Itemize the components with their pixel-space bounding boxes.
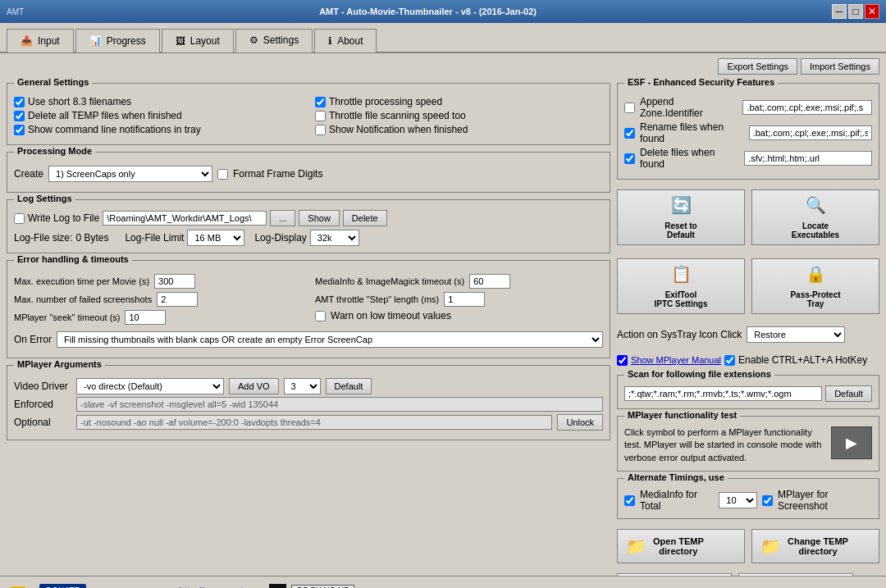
scan-input[interactable]: [624, 386, 822, 401]
mediainfo-val-select[interactable]: 10: [719, 492, 757, 508]
import-settings-button[interactable]: Import Settings: [801, 58, 879, 75]
hotkey-checkbox[interactable]: [724, 355, 735, 366]
action-buttons-row: 🔄 Reset toDefault 🔍 LocateExecutables: [617, 189, 879, 245]
open-temp-label: Open TEMPdirectory: [653, 536, 704, 556]
scan-default-button[interactable]: Default: [825, 385, 872, 402]
main-content: General Settings Use short 8.3 filenames…: [0, 76, 886, 576]
tab-layout[interactable]: 🖼 Layout: [162, 29, 234, 52]
rename-input[interactable]: [749, 125, 872, 140]
exec-input[interactable]: [154, 274, 195, 289]
change-temp-button[interactable]: 📁 Change TEMPdirectory: [751, 529, 879, 563]
delete-files-input[interactable]: [744, 151, 872, 166]
append-checkbox[interactable]: [624, 103, 635, 113]
maximize-button[interactable]: □: [848, 4, 863, 19]
mplayer-test-title: MPlayer functionality test: [624, 410, 740, 420]
settings-tab-icon: ⚙: [249, 34, 258, 46]
unlock-button[interactable]: Unlock: [557, 414, 603, 431]
throttle-label: AMT throttle "Step" length (ms): [315, 294, 439, 304]
log-display-select[interactable]: 32k: [310, 230, 359, 246]
delete-files-checkbox[interactable]: [624, 153, 635, 164]
mplayer-manual-link[interactable]: Show MPlayer Manual: [631, 355, 721, 365]
exiftool-button[interactable]: 📋 ExifToolIPTC Settings: [617, 258, 745, 314]
log-limit-select[interactable]: 16 MB: [187, 230, 244, 246]
create-select[interactable]: 1) ScreenCaps only 2) Thumbnails only 3)…: [48, 166, 212, 182]
passprotect-icon: 🔒: [806, 264, 826, 284]
mplayer-manual-checkbox[interactable]: [617, 355, 628, 366]
log-show-button[interactable]: Show: [299, 210, 340, 226]
exec-row: Max. execution time per Movie (s): [14, 274, 302, 289]
mplayer-args-group: MPlayer Arguments Video Driver -vo direc…: [7, 365, 610, 440]
log-limit-label: Log-File Limit: [125, 232, 184, 244]
mplayer-manual-row: Show MPlayer Manual Enable CTRL+ALT+A Ho…: [617, 354, 879, 366]
systray-row: Action on SysTray Icon Click Restore Sho…: [617, 326, 879, 343]
settings-tab-label: Settings: [263, 34, 299, 46]
cb2-row: Delete all TEMP files when finished: [14, 110, 302, 121]
systray-select[interactable]: Restore Show/Hide Exit: [747, 326, 845, 343]
locate-icon: 🔍: [806, 195, 826, 215]
optional-input: [76, 415, 552, 430]
log-settings-group: Log Settings Write Log to File ... Show …: [7, 199, 610, 253]
close-icon: ✕: [868, 6, 876, 17]
about-tab-icon: ℹ: [328, 35, 332, 47]
vo-num-select[interactable]: 3: [284, 378, 321, 394]
mediainfo-total-checkbox[interactable]: [624, 495, 635, 506]
normal-left-select[interactable]: Normal High Low Idle: [617, 573, 732, 576]
delete-row: Delete files when found: [624, 147, 872, 170]
export-settings-button[interactable]: Export Settings: [718, 58, 797, 75]
media-input[interactable]: [469, 274, 510, 289]
log-delete-button[interactable]: Delete: [343, 210, 387, 226]
write-log-checkbox[interactable]: [14, 213, 25, 224]
log-row2: Log-File size: 0 Bytes Log-File Limit 16…: [14, 230, 603, 246]
throttle-scan-checkbox[interactable]: [315, 111, 326, 121]
failed-input[interactable]: [157, 292, 198, 307]
margs-default-button[interactable]: Default: [326, 378, 372, 394]
about-tab-label: About: [337, 35, 363, 47]
minimize-button[interactable]: ─: [832, 4, 847, 19]
normal-dropdowns-row: Normal High Low Idle Normal High Low Idl…: [617, 573, 879, 576]
cb2-label: Delete all TEMP files when finished: [28, 110, 182, 121]
delete-temp-checkbox[interactable]: [14, 111, 25, 121]
use-short-filenames-checkbox[interactable]: [14, 97, 25, 107]
close-button[interactable]: ✕: [865, 4, 879, 19]
log-row1: Write Log to File ... Show Delete: [14, 210, 603, 226]
mediainfo-total-label: MediaInfo for Total: [640, 489, 714, 512]
passprotect-label: Pass-ProtectTray: [790, 290, 840, 308]
cb3-label: Show command line notifications in tray: [28, 124, 201, 135]
normal-right-select[interactable]: Normal High Low Idle: [738, 573, 853, 576]
log-size-label: Log-File size:: [14, 232, 72, 244]
on-error-select[interactable]: Fill missing thumbnails with blank caps …: [57, 331, 603, 348]
support-url[interactable]: http://www.amt.cc: [179, 586, 256, 589]
mplayer-screenshot-checkbox[interactable]: [762, 495, 773, 506]
warn-timeout-checkbox[interactable]: [315, 311, 326, 321]
paypal-donate-button[interactable]: DONATE: [39, 584, 86, 588]
general-right: Throttle processing speed Throttle file …: [315, 93, 603, 138]
log-path-input[interactable]: [103, 211, 267, 226]
show-cmdline-checkbox[interactable]: [14, 125, 25, 135]
passprotect-button[interactable]: 🔒 Pass-ProtectTray: [751, 258, 879, 314]
tab-input[interactable]: 📥 Input: [7, 29, 74, 52]
mplayer-thumb[interactable]: ▶: [831, 426, 872, 459]
log-dots-button[interactable]: ...: [270, 210, 295, 226]
vd-select[interactable]: -vo directx (Default): [76, 378, 224, 394]
tab-settings[interactable]: ⚙ Settings: [235, 29, 313, 52]
throttle-input[interactable]: [444, 292, 485, 307]
seek-input[interactable]: [125, 310, 166, 325]
tab-progress[interactable]: 📊 Progress: [75, 29, 160, 52]
open-temp-button[interactable]: 📁 Open TEMPdirectory: [617, 529, 745, 563]
locate-executables-button[interactable]: 🔍 LocateExecutables: [751, 189, 879, 245]
mplayer-screenshot-label: MPlayer for Screenshot: [778, 489, 872, 512]
log-display-label: Log-Display: [254, 232, 306, 244]
throttle-proc-checkbox[interactable]: [315, 97, 326, 107]
append-input[interactable]: [742, 100, 872, 115]
title-bar-logo: AMT: [7, 7, 24, 16]
layout-tab-label: Layout: [190, 35, 220, 47]
minimize-icon: ─: [836, 6, 843, 17]
optional-row: Optional Unlock: [14, 414, 603, 431]
reset-default-button[interactable]: 🔄 Reset toDefault: [617, 189, 745, 245]
processing-mode-title: Processing Mode: [14, 146, 95, 156]
rename-checkbox[interactable]: [624, 128, 635, 139]
tab-about[interactable]: ℹ About: [314, 29, 377, 52]
format-frame-digits-checkbox[interactable]: [217, 169, 228, 180]
add-vo-button[interactable]: Add VO: [229, 378, 279, 394]
show-notification-checkbox[interactable]: [315, 125, 326, 135]
